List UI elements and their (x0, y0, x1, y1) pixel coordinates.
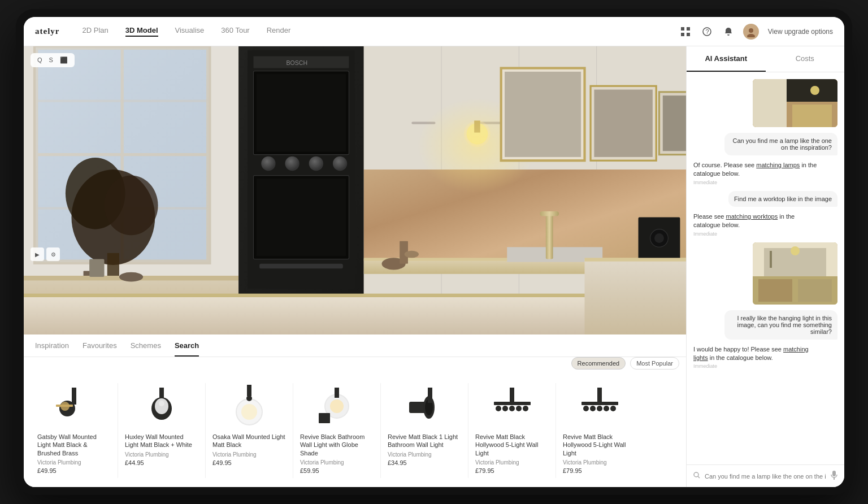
tab-360-tour[interactable]: 360 Tour (221, 26, 249, 37)
tab-2d-plan[interactable]: 2D Plan (82, 26, 108, 37)
svg-rect-37 (257, 179, 346, 256)
product-name-3: Osaka Wall Mounted Light Matt Black (212, 433, 286, 449)
kitchen-background: BOSCH (24, 46, 686, 334)
msg-timestamp-1: Immediate (693, 180, 818, 185)
chat-msg-user-1: Can you find me a lamp like the one on t… (724, 133, 837, 155)
svg-rect-117 (597, 388, 602, 403)
right-tabs: AI Assistant Costs (687, 46, 844, 72)
product-price-6: £79.95 (475, 467, 549, 474)
right-panel: AI Assistant Costs (686, 46, 844, 487)
svg-rect-71 (540, 211, 559, 216)
avatar[interactable] (743, 24, 759, 40)
svg-rect-110 (510, 388, 514, 403)
svg-point-109 (523, 406, 528, 411)
svg-rect-134 (832, 471, 836, 476)
product-price-7: £79.95 (563, 467, 637, 474)
svg-point-74 (654, 233, 664, 243)
tab-search[interactable]: Search (175, 341, 199, 357)
matching-lamps-link[interactable]: matching lamps (756, 162, 800, 168)
product-image-5 (402, 383, 447, 428)
product-image-7 (578, 383, 623, 428)
svg-point-105 (496, 406, 501, 411)
msg-timestamp-2: Immediate (693, 231, 818, 237)
svg-point-97 (330, 399, 344, 413)
filter-recommended[interactable]: Recommended (571, 357, 626, 370)
bottom-controls: ▶ ⚙ (31, 247, 60, 261)
view-control-q[interactable]: Q (35, 55, 45, 65)
svg-rect-103 (428, 388, 432, 403)
chat-msg-assistant-2: Please see matching worktops in the cata… (693, 212, 818, 237)
svg-point-114 (597, 406, 602, 411)
header-icons: ? (679, 24, 759, 40)
svg-point-89 (159, 401, 164, 406)
list-item: Osaka Wall Mounted Light Matt Black Vict… (206, 383, 293, 478)
chat-search-icon (693, 472, 700, 480)
top-right-area: ? View upgrade opt (679, 24, 833, 40)
chat-msg-assistant-1: Of course. Please see matching lamps in … (693, 161, 818, 185)
ctrl-play[interactable]: ▶ (31, 247, 44, 261)
tab-schemes[interactable]: Schemes (131, 341, 161, 357)
svg-point-116 (610, 406, 616, 411)
products-row: Gatsby Wall Mounted Light Matt Black & B… (24, 374, 686, 487)
chat-input[interactable] (705, 473, 826, 480)
tab-costs[interactable]: Costs (766, 46, 845, 72)
tab-favourites[interactable]: Favourites (83, 341, 117, 357)
matching-lights-link[interactable]: matching lights (693, 346, 809, 361)
svg-rect-56 (594, 90, 652, 157)
product-brand-4: Victoria Plumbing (300, 459, 374, 466)
help-icon[interactable]: ? (700, 25, 714, 38)
matching-worktops-link[interactable]: matching worktops (726, 213, 778, 220)
tab-visualise[interactable]: Visualise (175, 26, 205, 37)
view-controls: Q S ⬛ (31, 53, 75, 67)
svg-rect-128 (770, 251, 772, 268)
svg-point-77 (405, 251, 419, 258)
svg-point-132 (694, 472, 698, 477)
svg-point-127 (791, 246, 800, 255)
chat-inspiration-image (753, 79, 837, 127)
svg-rect-123 (792, 105, 832, 127)
product-name-5: Revive Matt Black 1 Light Bathroom Wall … (388, 433, 461, 449)
list-item: Gatsby Wall Mounted Light Matt Black & B… (31, 383, 118, 478)
ctrl-settings[interactable]: ⚙ (46, 247, 60, 261)
product-name-4: Revive Black Bathroom Wall Light with Gl… (300, 433, 374, 457)
svg-point-107 (509, 406, 515, 411)
tab-render[interactable]: Render (267, 26, 291, 37)
view-control-toggle[interactable]: ⬛ (58, 55, 70, 65)
product-image-6 (489, 383, 535, 428)
product-name-6: Revive Matt Black Hollywood 5-Light Wall… (475, 433, 549, 457)
bell-icon[interactable] (722, 25, 735, 38)
svg-point-25 (119, 272, 143, 282)
svg-point-35 (333, 157, 347, 171)
product-image-2 (139, 383, 184, 428)
svg-point-19 (105, 176, 158, 236)
svg-rect-2 (681, 33, 684, 36)
3d-view-container[interactable]: BOSCH (24, 46, 686, 334)
svg-rect-31 (257, 74, 346, 151)
tab-3d-model[interactable]: 3D Model (125, 26, 158, 37)
svg-point-115 (604, 406, 609, 411)
product-price-4: £59.95 (300, 467, 374, 474)
filter-most-popular[interactable]: Most Popular (630, 357, 679, 370)
device-screen: atelyr 2D Plan 3D Model Visualise 360 To… (24, 17, 844, 487)
svg-point-6 (749, 28, 753, 33)
svg-text:?: ? (705, 28, 709, 35)
main-content: BOSCH (24, 46, 844, 487)
product-price-5: £34.95 (388, 459, 461, 466)
svg-point-33 (285, 157, 299, 171)
chat-input-area (687, 464, 844, 487)
mic-icon[interactable] (831, 471, 837, 481)
wall-lamp-brass-icon (56, 385, 93, 427)
svg-point-32 (261, 157, 275, 171)
svg-rect-119 (753, 79, 787, 127)
spot-lamp-icon (406, 385, 443, 427)
view-control-s[interactable]: S (47, 55, 55, 65)
product-name-7: Revive Matt Black Hollywood 5-Light Wall… (563, 433, 637, 457)
tab-ai-assistant[interactable]: AI Assistant (687, 46, 766, 72)
bottom-section: Inspiration Favourites Schemes Search Re… (24, 334, 686, 487)
svg-rect-54 (505, 72, 581, 157)
grid-icon[interactable] (679, 25, 692, 38)
svg-rect-82 (72, 388, 76, 405)
upgrade-button[interactable]: View upgrade options (768, 28, 833, 36)
tab-inspiration[interactable]: Inspiration (35, 341, 69, 357)
bottom-tabs: Inspiration Favourites Schemes Search (24, 334, 686, 357)
